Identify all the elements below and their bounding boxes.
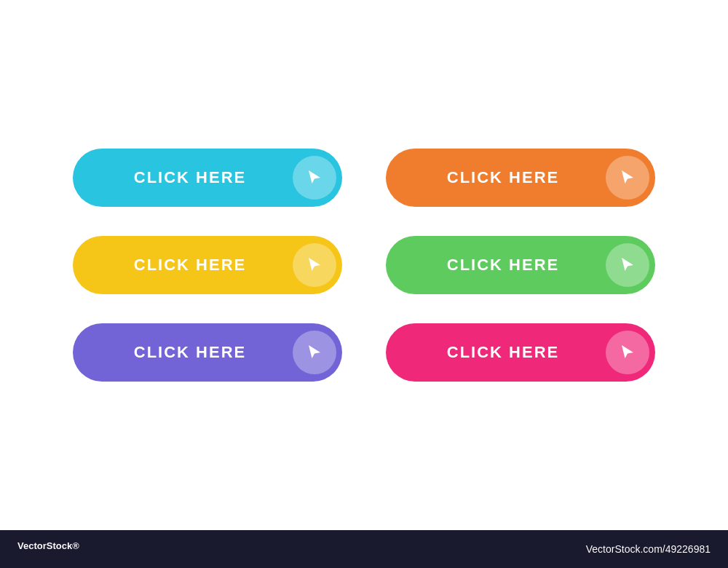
button-label: CLICK HERE bbox=[408, 256, 606, 275]
registered-symbol: ® bbox=[72, 540, 79, 551]
click-here-green-button[interactable]: CLICK HERE bbox=[386, 236, 655, 294]
button-label: CLICK HERE bbox=[95, 256, 293, 275]
cursor-arrow-icon bbox=[617, 167, 638, 188]
cursor-icon-circle bbox=[293, 243, 336, 287]
button-label: CLICK HERE bbox=[95, 168, 293, 187]
brand-label: VectorStock bbox=[17, 540, 72, 551]
cursor-arrow-icon bbox=[304, 255, 325, 275]
button-label: CLICK HERE bbox=[408, 168, 606, 187]
brand-name: VectorStock® bbox=[17, 540, 79, 558]
footer-url: VectorStock.com/49226981 bbox=[586, 543, 711, 555]
buttons-grid: CLICK HERE CLICK HERE CLICK HERE CLICK H… bbox=[58, 134, 670, 396]
click-here-pink-button[interactable]: CLICK HERE bbox=[386, 323, 655, 382]
cursor-arrow-icon bbox=[304, 342, 325, 363]
click-here-purple-button[interactable]: CLICK HERE bbox=[73, 323, 342, 382]
cursor-icon-circle bbox=[606, 156, 649, 200]
cursor-icon-circle bbox=[293, 331, 336, 374]
click-here-blue-button[interactable]: CLICK HERE bbox=[73, 149, 342, 207]
button-label: CLICK HERE bbox=[95, 343, 293, 362]
cursor-icon-circle bbox=[293, 156, 336, 200]
cursor-icon-circle bbox=[606, 331, 649, 374]
cursor-arrow-icon bbox=[617, 342, 638, 363]
footer-bar: VectorStock® VectorStock.com/49226981 bbox=[0, 530, 728, 568]
click-here-orange-button[interactable]: CLICK HERE bbox=[386, 149, 655, 207]
main-content: CLICK HERE CLICK HERE CLICK HERE CLICK H… bbox=[0, 0, 728, 530]
button-label: CLICK HERE bbox=[408, 343, 606, 362]
click-here-yellow-button[interactable]: CLICK HERE bbox=[73, 236, 342, 294]
cursor-arrow-icon bbox=[617, 255, 638, 275]
cursor-arrow-icon bbox=[304, 167, 325, 188]
cursor-icon-circle bbox=[606, 243, 649, 287]
